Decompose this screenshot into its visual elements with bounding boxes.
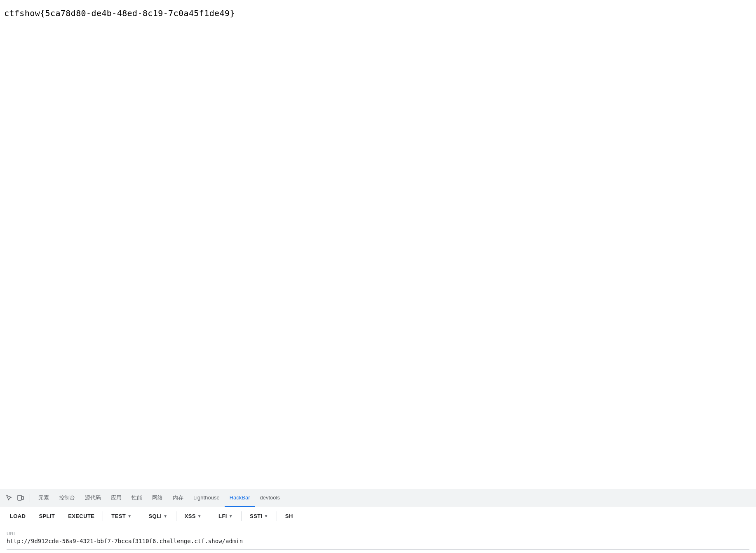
page-content: ctfshow{5ca78d80-de4b-48ed-8c19-7c0a45f1… (0, 0, 756, 264)
hackbar-divider-2 (140, 511, 140, 521)
hackbar-divider-5 (241, 511, 242, 521)
sqli-dropdown-arrow: ▼ (163, 514, 167, 518)
hackbar-toolbar: LOAD SPLIT EXECUTE TEST ▼ SQLI ▼ XSS ▼ L… (0, 506, 756, 526)
devtools-panel: 元素 控制台 源代码 应用 性能 网络 内存 Lighthouse HackBa… (0, 489, 756, 553)
xss-dropdown-arrow: ▼ (197, 514, 202, 518)
tab-devtools[interactable]: devtools (255, 490, 284, 507)
tab-elements[interactable]: 元素 (33, 490, 54, 507)
execute-button[interactable]: EXECUTE (61, 510, 101, 523)
ssti-dropdown-arrow: ▼ (264, 514, 268, 518)
device-toggle-icon-button[interactable] (15, 492, 26, 504)
lfi-dropdown-arrow: ▼ (229, 514, 233, 518)
ssti-button[interactable]: SSTI ▼ (243, 510, 275, 523)
xss-button[interactable]: XSS ▼ (178, 510, 208, 523)
url-section-divider (7, 549, 749, 550)
split-button[interactable]: SPLIT (32, 510, 61, 523)
tab-performance[interactable]: 性能 (127, 490, 147, 507)
load-button[interactable]: LOAD (3, 510, 32, 523)
tab-network[interactable]: 网络 (147, 490, 168, 507)
devtools-tab-bar: 元素 控制台 源代码 应用 性能 网络 内存 Lighthouse HackBa… (0, 489, 756, 506)
sqli-button[interactable]: SQLI ▼ (142, 510, 174, 523)
sh-button[interactable]: SH (279, 510, 300, 523)
url-label: URL (7, 531, 749, 536)
inspect-icon-button[interactable] (3, 492, 15, 504)
url-value[interactable]: http://9d912cde-56a9-4321-bbf7-7bccaf311… (7, 538, 749, 544)
flag-text: ctfshow{5ca78d80-de4b-48ed-8c19-7c0a45f1… (4, 8, 235, 18)
lfi-button[interactable]: LFI ▼ (212, 510, 239, 523)
test-button[interactable]: TEST ▼ (105, 510, 138, 523)
tab-divider-1 (30, 494, 30, 502)
hackbar-divider-3 (176, 511, 176, 521)
tab-memory[interactable]: 内存 (168, 490, 188, 507)
tab-lighthouse[interactable]: Lighthouse (188, 490, 225, 507)
test-dropdown-arrow: ▼ (127, 514, 131, 518)
tab-hackbar[interactable]: HackBar (225, 490, 255, 507)
hackbar-url-section: URL http://9d912cde-56a9-4321-bbf7-7bcca… (0, 526, 756, 553)
hackbar-divider-4 (210, 511, 210, 521)
tab-application[interactable]: 应用 (106, 490, 127, 507)
hackbar-divider-1 (103, 511, 103, 521)
tab-console[interactable]: 控制台 (54, 490, 80, 507)
tab-sources[interactable]: 源代码 (80, 490, 106, 507)
hackbar-divider-6 (277, 511, 277, 521)
svg-rect-1 (22, 497, 23, 499)
svg-rect-0 (18, 495, 21, 500)
